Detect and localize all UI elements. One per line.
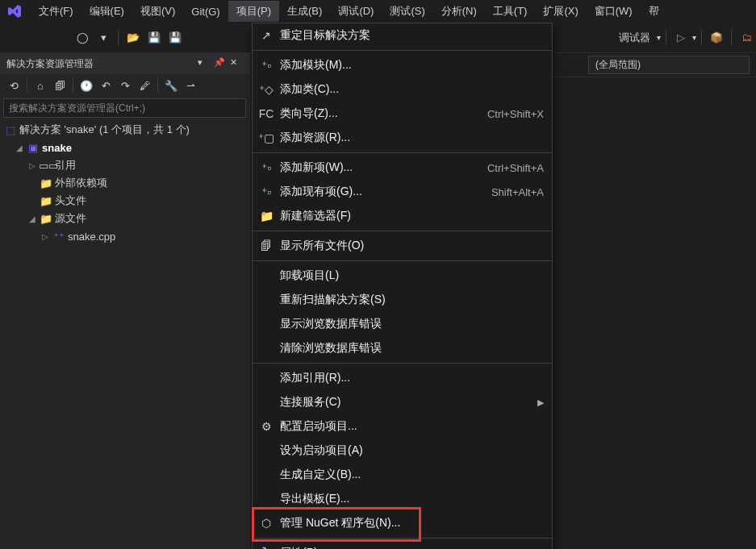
- tree-label: 解决方案 'snake' (1 个项目，共 1 个): [19, 123, 190, 137]
- menu-item[interactable]: FC类向导(Z)...Ctrl+Shift+X: [253, 102, 552, 126]
- saveall-icon[interactable]: 💾: [165, 28, 185, 48]
- chevron-down-icon[interactable]: ▾: [692, 33, 696, 42]
- expand-icon[interactable]: ▷: [39, 232, 52, 241]
- menu-item[interactable]: 🗐显示所有文件(O): [253, 234, 552, 258]
- menu-item-label: 清除浏览数据库错误: [280, 341, 544, 356]
- menu-item-label: 属性(P): [280, 546, 544, 549]
- menu-item[interactable]: ⬡管理 NuGet 程序包(N)...: [253, 511, 552, 535]
- folder-icon: 📁: [39, 177, 53, 189]
- tree-label: 引用: [55, 158, 76, 173]
- menu-item[interactable]: ⁺▢添加资源(R)...: [253, 126, 552, 150]
- tree-external-deps[interactable]: 📁 外部依赖项: [0, 174, 249, 192]
- menu-item[interactable]: 导出模板(E)...: [253, 487, 552, 511]
- menu-item-label: 生成自定义(B)...: [280, 468, 544, 482]
- sidebar-toolbar: ⟲ ⌂ 🗐 🕐 ↶ ↷ 🖉 🔧 ⇀: [0, 74, 249, 97]
- redo-icon[interactable]: ↷: [116, 77, 134, 94]
- scope-dropdown[interactable]: (全局范围): [588, 56, 750, 74]
- close-icon[interactable]: ✕: [230, 57, 243, 70]
- project-context-menu: ↗重定目标解决方案⁺▫添加模块(M)...⁺◇添加类(C)...FC类向导(Z)…: [252, 23, 553, 549]
- menu-separator: [253, 260, 552, 261]
- menu-git[interactable]: Git(G): [183, 2, 228, 21]
- menu-item[interactable]: ⚙配置启动项目...: [253, 414, 552, 439]
- refs-icon: ▭▭: [39, 160, 53, 172]
- menu-separator: [253, 538, 552, 539]
- menu-help[interactable]: 帮: [641, 1, 667, 22]
- menubar: 文件(F) 编辑(E) 视图(V) Git(G) 项目(P) 生成(B) 调试(…: [0, 0, 756, 23]
- menu-item-icon: ↗: [253, 29, 280, 42]
- menu-edit[interactable]: 编辑(E): [81, 1, 132, 22]
- menu-item-label: 导出模板(E)...: [280, 492, 544, 506]
- tree-file-snake-cpp[interactable]: ▷ ⁺⁺ snake.cpp: [0, 227, 249, 245]
- forward-icon[interactable]: ▾: [94, 28, 113, 48]
- menu-item[interactable]: 添加引用(R)...: [253, 366, 552, 390]
- project-icon: ▣: [26, 142, 40, 154]
- expand-icon[interactable]: ▷: [26, 161, 39, 170]
- menu-item-label: 添加引用(R)...: [280, 371, 544, 385]
- tree-references[interactable]: ▷ ▭▭ 引用: [0, 156, 249, 174]
- menu-item[interactable]: ↗重定目标解决方案: [253, 23, 552, 48]
- menu-item-label: 添加资源(R)...: [280, 131, 544, 145]
- menu-item[interactable]: 卸载项目(L): [253, 264, 552, 288]
- menu-view[interactable]: 视图(V): [132, 1, 183, 22]
- menu-extensions[interactable]: 扩展(X): [535, 1, 586, 22]
- menu-window[interactable]: 窗口(W): [587, 1, 641, 22]
- menu-tools[interactable]: 工具(T): [485, 1, 536, 22]
- menu-build[interactable]: 生成(B): [279, 1, 330, 22]
- menu-project[interactable]: 项目(P): [228, 1, 279, 22]
- config-icon[interactable]: 🗂: [737, 28, 756, 48]
- menu-item[interactable]: ⁺▫添加新项(W)...Ctrl+Shift+A: [253, 156, 552, 180]
- sync-icon[interactable]: 🗐: [51, 77, 69, 94]
- tree-headers[interactable]: 📁 头文件: [0, 192, 249, 210]
- debugger-label[interactable]: 调试器: [614, 31, 655, 45]
- solution-tree: ⬚ 解决方案 'snake' (1 个项目，共 1 个) ◢ ▣ snake ▷…: [0, 119, 249, 549]
- menu-item[interactable]: 设为启动项目(A): [253, 439, 552, 463]
- new-icon[interactable]: 📂: [123, 28, 143, 48]
- refresh-icon[interactable]: 🕐: [77, 77, 95, 94]
- menu-item[interactable]: ⁺▫添加现有项(G)...Shift+Alt+A: [253, 180, 552, 204]
- tree-label: snake.cpp: [68, 231, 115, 243]
- menu-test[interactable]: 测试(S): [382, 1, 432, 22]
- menu-analyze[interactable]: 分析(N): [433, 1, 485, 22]
- menu-item[interactable]: 清除浏览数据库错误: [253, 336, 552, 360]
- sidebar-header: 解决方案资源管理器 ▾ 📌 ✕: [0, 53, 249, 74]
- more-icon[interactable]: ⇀: [182, 77, 199, 94]
- back-icon[interactable]: ⟲: [5, 77, 23, 94]
- menu-item-icon: FC: [253, 107, 280, 120]
- dropdown-icon[interactable]: ▾: [198, 57, 211, 70]
- menu-item[interactable]: 🔧属性(P): [253, 541, 552, 549]
- menu-item[interactable]: ⁺◇添加类(C)...: [253, 77, 552, 102]
- collapse-icon[interactable]: ◢: [26, 214, 39, 223]
- menu-file[interactable]: 文件(F): [31, 1, 81, 22]
- menu-item-label: 重定目标解决方案: [280, 28, 544, 43]
- wrench-icon[interactable]: 🔧: [162, 77, 180, 94]
- undo-icon[interactable]: ↶: [97, 77, 115, 94]
- menu-item-label: 连接服务(C): [280, 395, 531, 410]
- package-icon[interactable]: 📦: [707, 28, 726, 48]
- tree-label: snake: [42, 142, 72, 154]
- collapse-icon[interactable]: ◢: [13, 143, 26, 152]
- tree-solution[interactable]: ⬚ 解决方案 'snake' (1 个项目，共 1 个): [0, 121, 249, 139]
- chevron-down-icon[interactable]: ▾: [657, 33, 661, 42]
- play-icon[interactable]: ▷: [671, 28, 691, 48]
- menu-item-label: 卸载项目(L): [280, 268, 544, 283]
- menu-item[interactable]: 重新扫描解决方案(S): [253, 288, 552, 312]
- tree-project[interactable]: ◢ ▣ snake: [0, 139, 249, 156]
- filter-icon[interactable]: 🖉: [136, 77, 153, 94]
- menu-item-shortcut: Shift+Alt+A: [491, 186, 544, 198]
- save-icon[interactable]: 💾: [144, 28, 164, 48]
- pin-icon[interactable]: 📌: [214, 57, 227, 70]
- menu-item-icon: ⁺◇: [253, 83, 280, 96]
- home-icon[interactable]: ⌂: [31, 77, 49, 94]
- tree-sources[interactable]: ◢ 📁 源文件: [0, 210, 249, 227]
- menu-item[interactable]: 📁新建筛选器(F): [253, 204, 552, 228]
- tree-label: 外部依赖项: [55, 176, 107, 190]
- vs-logo-icon: [5, 2, 24, 21]
- menu-item[interactable]: ⁺▫添加模块(M)...: [253, 53, 552, 77]
- back-icon[interactable]: ◯: [73, 28, 92, 48]
- menu-item[interactable]: 生成自定义(B)...: [253, 463, 552, 487]
- menu-item-icon: ⬡: [253, 517, 280, 530]
- search-input[interactable]: 搜索解决方案资源管理器(Ctrl+;): [3, 98, 246, 118]
- menu-debug[interactable]: 调试(D): [330, 1, 382, 22]
- menu-item[interactable]: 连接服务(C)▶: [253, 390, 552, 414]
- menu-item[interactable]: 显示浏览数据库错误: [253, 312, 552, 336]
